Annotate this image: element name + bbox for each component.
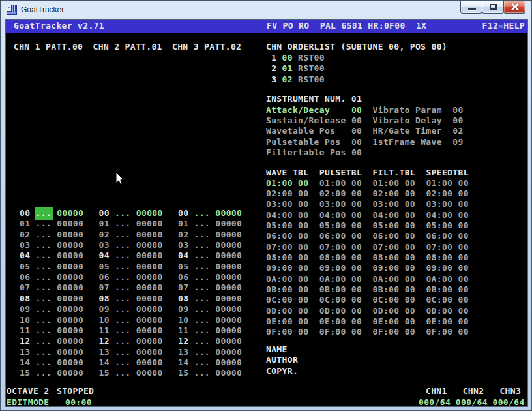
pattern-data-cell[interactable]: 00000 [57,272,83,282]
pattern-data-cell[interactable]: 00000 [57,304,83,314]
pattern-data-cell[interactable]: 00000 [136,294,163,304]
pattern-note-cell[interactable]: ... [194,358,211,368]
wavetable-row[interactable]: 0F:00 00 [266,327,308,337]
filtertable-row[interactable]: 02:00 00 [373,189,415,199]
song-copyright-field[interactable]: COPYR. [266,366,298,376]
wavetable-row[interactable]: 02:00 00 [266,189,308,199]
wavetable-row[interactable]: 04:00 00 [266,210,308,221]
filtertable-row[interactable]: 01:00 00 [373,178,415,189]
pattern-note-cell[interactable]: ... [36,230,52,240]
instrument-param-value[interactable]: 00 [351,105,362,115]
pattern-note-cell[interactable]: ... [36,358,52,368]
pattern-data-cell[interactable]: 00000 [215,358,242,368]
pattern-data-cell[interactable]: 00000 [57,230,83,240]
pattern-note-cell[interactable]: ... [115,219,131,229]
pattern-data-cell[interactable]: 00000 [136,219,163,229]
pattern-data-cell[interactable]: 00000 [215,208,242,219]
pulsetable-row[interactable]: 0B:00 00 [319,284,362,295]
wavetable-row[interactable]: 0B:00 00 [266,284,308,295]
titlebar[interactable]: GoatTracker [1,1,531,20]
pattern-note-cell[interactable]: ... [115,347,131,358]
speedtable-row[interactable]: 05:00 00 [426,221,468,231]
speedtable-row[interactable]: 04:00 00 [426,210,468,221]
pulsetable-row[interactable]: 0F:00 00 [319,327,362,337]
pattern-data-cell[interactable]: 00000 [136,208,163,219]
pulsetable-row[interactable]: 06:00 00 [319,231,362,241]
pattern-note-cell[interactable]: ... [36,294,52,304]
instrument-param-value[interactable]: 00 [452,105,463,115]
pattern-data-cell[interactable]: 00000 [57,240,83,251]
pulsetable-row[interactable]: 0E:00 00 [319,316,362,327]
pattern-data-cell[interactable]: 00000 [215,282,242,293]
filtertable-row[interactable]: 03:00 00 [373,199,415,209]
orderlist-row-entry[interactable]: 00 [282,53,293,63]
filtertable-row[interactable]: 0C:00 00 [373,295,415,305]
wavetable-row[interactable]: 01:00 00 [266,178,308,189]
filtertable-row[interactable]: 0F:00 00 [373,327,415,337]
filtertable-row[interactable]: 0A:00 00 [373,274,415,284]
pattern-note-cell[interactable]: ... [115,368,131,378]
pattern-data-cell[interactable]: 00000 [136,358,163,368]
pattern-note-cell[interactable]: ... [115,240,131,251]
pattern-data-cell[interactable]: 00000 [215,294,242,304]
pattern-data-cell[interactable]: 00000 [215,230,242,240]
filtertable-row[interactable]: 0D:00 00 [373,306,415,316]
pattern-note-cell[interactable]: ... [194,315,211,326]
pattern-data-cell[interactable]: 00000 [57,282,83,293]
pattern-note-cell[interactable]: ... [115,336,131,346]
speedtable-row[interactable]: 07:00 00 [426,242,468,252]
pulsetable-row[interactable]: 08:00 00 [319,252,362,263]
pattern-data-cell[interactable]: 00000 [136,272,163,282]
pattern-data-cell[interactable]: 00000 [215,219,242,229]
pulsetable-row[interactable]: 04:00 00 [319,210,362,221]
pattern-note-cell[interactable]: ... [35,207,53,220]
pattern-data-cell[interactable]: 00000 [136,251,163,261]
pattern-data-cell[interactable]: 00000 [57,368,83,378]
wavetable-row[interactable]: 03:00 00 [266,199,308,209]
pattern-note-cell[interactable]: ... [115,326,131,336]
pattern-data-cell[interactable]: 00000 [57,208,83,219]
pattern-note-cell[interactable]: ... [194,219,211,229]
pattern-note-cell[interactable]: ... [36,282,52,293]
speedtable-row[interactable]: 02:00 00 [426,189,468,199]
pulsetable-row[interactable]: 01:00 00 [319,178,362,189]
orderlist-row-rest[interactable]: RST00 [298,53,325,63]
wavetable-row[interactable]: 07:00 00 [266,242,308,252]
speedtable-row[interactable]: 0A:00 00 [426,274,468,284]
pattern-note-cell[interactable]: ... [194,336,211,346]
pulsetable-row[interactable]: 09:00 00 [319,263,362,273]
orderlist-row-entry[interactable]: 02 [282,74,293,85]
instrument-param-value[interactable]: 00 [351,115,362,126]
instrument-param-value[interactable]: 00 [351,137,362,147]
wavetable-row[interactable]: 0E:00 00 [266,316,308,327]
instrument-param-value[interactable]: 00 [452,115,463,126]
pattern-data-cell[interactable]: 00000 [215,315,242,326]
filtertable-row[interactable]: 08:00 00 [373,252,415,263]
speedtable-row[interactable]: 0E:00 00 [426,316,468,327]
wavetable-row[interactable]: 08:00 00 [266,252,308,263]
wavetable-row[interactable]: 06:00 00 [266,231,308,241]
pattern-note-cell[interactable]: ... [194,251,211,261]
pattern-data-cell[interactable]: 00000 [57,251,83,261]
pattern-data-cell[interactable]: 00000 [215,336,242,346]
orderlist-row-entry[interactable]: 01 [282,63,293,74]
pattern-note-cell[interactable]: ... [194,282,211,293]
pattern-data-cell[interactable]: 00000 [215,304,242,314]
filtertable-row[interactable]: 0E:00 00 [373,316,415,327]
speedtable-row[interactable]: 01:00 00 [426,178,468,189]
pattern-data-cell[interactable]: 00000 [136,304,163,314]
song-name-field[interactable]: NAME [266,344,288,355]
pulsetable-row[interactable]: 07:00 00 [319,242,362,252]
wavetable-row[interactable]: 05:00 00 [266,221,308,231]
pattern-note-cell[interactable]: ... [194,230,211,240]
pattern-note-cell[interactable]: ... [115,304,131,314]
pattern-note-cell[interactable]: ... [115,294,131,304]
pattern-note-cell[interactable]: ... [36,251,52,261]
pulsetable-row[interactable]: 0D:00 00 [319,306,362,316]
pattern-data-cell[interactable]: 00000 [215,251,242,261]
speedtable-row[interactable]: 0B:00 00 [426,284,468,295]
pattern-note-cell[interactable]: ... [194,262,211,272]
pattern-data-cell[interactable]: 00000 [57,347,83,358]
wavetable-row[interactable]: 0A:00 00 [266,274,308,284]
pattern-note-cell[interactable]: ... [115,208,131,219]
